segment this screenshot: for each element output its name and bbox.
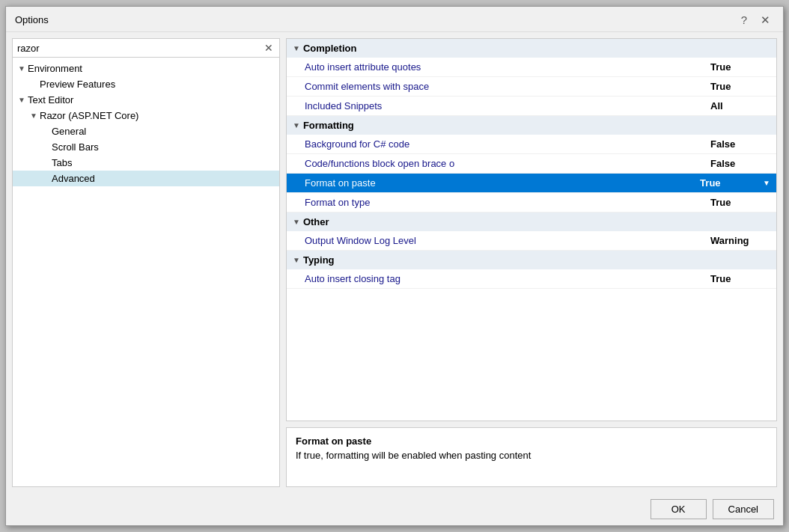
tree-item-scroll-bars[interactable]: Scroll Bars — [13, 139, 279, 155]
search-input[interactable] — [17, 43, 263, 54]
tree-item-general[interactable]: General — [13, 123, 279, 139]
setting-name-formatting-1: Code/functions block open brace o — [305, 158, 710, 169]
setting-value-formatting-0: False — [710, 138, 770, 150]
section-label-completion: Completion — [303, 43, 357, 54]
dialog-title: Options — [15, 14, 49, 25]
setting-row-formatting-3[interactable]: Format on typeTrue — [287, 193, 776, 213]
tree-item-tabs[interactable]: Tabs — [13, 155, 279, 171]
chevron-icon-typing: ▼ — [293, 256, 300, 264]
tree-label-scroll-bars: Scroll Bars — [52, 141, 99, 153]
setting-row-completion-0[interactable]: Auto insert attribute quotesTrue — [287, 58, 776, 77]
right-panel: ▼CompletionAuto insert attribute quotesT… — [286, 38, 777, 487]
description-area: Format on paste If true, formatting will… — [286, 427, 777, 487]
tree-item-razor[interactable]: ▼Razor (ASP.NET Core) — [13, 108, 279, 123]
chevron-icon-formatting: ▼ — [293, 121, 300, 129]
tree-arrow-environment: ▼ — [16, 64, 28, 73]
setting-name-typing-0: Auto insert closing tag — [305, 273, 710, 284]
setting-value-completion-0: True — [710, 61, 770, 73]
tree-label-text-editor: Text Editor — [28, 94, 73, 106]
ok-button[interactable]: OK — [651, 499, 707, 519]
tree-label-preview-features: Preview Features — [40, 79, 115, 90]
tree-item-environment[interactable]: ▼Environment — [13, 61, 279, 76]
setting-name-formatting-3: Format on type — [305, 197, 710, 208]
title-bar: Options ? ✕ — [6, 7, 783, 32]
tree-label-razor: Razor (ASP.NET Core) — [40, 110, 138, 121]
setting-value-formatting-1: False — [710, 158, 770, 169]
setting-name-completion-2: Included Snippets — [305, 100, 710, 111]
dialog-footer: OK Cancel — [6, 493, 783, 525]
setting-row-formatting-2[interactable]: Format on pasteTrue▼ — [287, 174, 776, 193]
close-button[interactable]: ✕ — [757, 13, 774, 27]
setting-name-completion-0: Auto insert attribute quotes — [305, 61, 710, 73]
tree-arrow-razor: ▼ — [28, 111, 40, 120]
setting-name-other-0: Output Window Log Level — [305, 235, 710, 246]
setting-value-typing-0: True — [710, 273, 770, 284]
section-header-completion[interactable]: ▼Completion — [287, 39, 776, 58]
description-title: Format on paste — [296, 435, 767, 447]
setting-row-formatting-1[interactable]: Code/functions block open brace oFalse — [287, 154, 776, 174]
help-button[interactable]: ? — [737, 13, 751, 27]
setting-value-formatting-3: True — [710, 197, 770, 208]
section-header-typing[interactable]: ▼Typing — [287, 251, 776, 269]
tree-label-tabs: Tabs — [52, 157, 72, 168]
search-bar: ✕ — [13, 39, 279, 58]
section-label-formatting: Formatting — [303, 120, 354, 131]
description-text: If true, formatting will be enabled when… — [296, 450, 767, 461]
setting-name-completion-1: Commit elements with space — [305, 81, 710, 92]
section-label-typing: Typing — [303, 254, 335, 266]
left-panel: ✕ ▼EnvironmentPreview Features▼Text Edit… — [12, 38, 280, 487]
setting-row-typing-0[interactable]: Auto insert closing tagTrue — [287, 269, 776, 289]
setting-name-formatting-2: Format on paste — [305, 177, 700, 189]
setting-value-completion-1: True — [710, 81, 770, 92]
setting-row-completion-1[interactable]: Commit elements with spaceTrue — [287, 77, 776, 97]
setting-row-formatting-0[interactable]: Background for C# codeFalse — [287, 135, 776, 154]
tree-item-advanced[interactable]: Advanced — [13, 171, 279, 186]
title-bar-controls: ? ✕ — [737, 13, 774, 27]
section-label-other: Other — [303, 216, 329, 227]
dialog-body: ✕ ▼EnvironmentPreview Features▼Text Edit… — [6, 32, 783, 493]
setting-name-formatting-0: Background for C# code — [305, 138, 710, 150]
setting-row-completion-2[interactable]: Included SnippetsAll — [287, 97, 776, 116]
tree-label-environment: Environment — [28, 63, 82, 74]
settings-area: ▼CompletionAuto insert attribute quotesT… — [286, 38, 777, 421]
tree: ▼EnvironmentPreview Features▼Text Editor… — [13, 58, 279, 486]
chevron-icon-other: ▼ — [293, 218, 300, 226]
setting-value-completion-2: All — [710, 100, 770, 111]
chevron-icon-completion: ▼ — [293, 44, 300, 52]
setting-row-other-0[interactable]: Output Window Log LevelWarning — [287, 231, 776, 251]
options-dialog: Options ? ✕ ✕ ▼EnvironmentPreview Featur… — [5, 6, 784, 526]
dropdown-arrow-icon-formatting-2[interactable]: ▼ — [763, 179, 770, 187]
tree-label-general: General — [52, 126, 86, 137]
setting-value-formatting-2: True — [700, 177, 760, 189]
tree-item-preview-features[interactable]: Preview Features — [13, 76, 279, 92]
cancel-button[interactable]: Cancel — [713, 499, 774, 519]
tree-label-advanced: Advanced — [52, 173, 95, 184]
setting-value-other-0: Warning — [710, 235, 770, 246]
section-header-other[interactable]: ▼Other — [287, 213, 776, 231]
search-clear-button[interactable]: ✕ — [263, 42, 275, 54]
tree-item-text-editor[interactable]: ▼Text Editor — [13, 92, 279, 108]
section-header-formatting[interactable]: ▼Formatting — [287, 116, 776, 135]
tree-arrow-text-editor: ▼ — [16, 96, 28, 104]
